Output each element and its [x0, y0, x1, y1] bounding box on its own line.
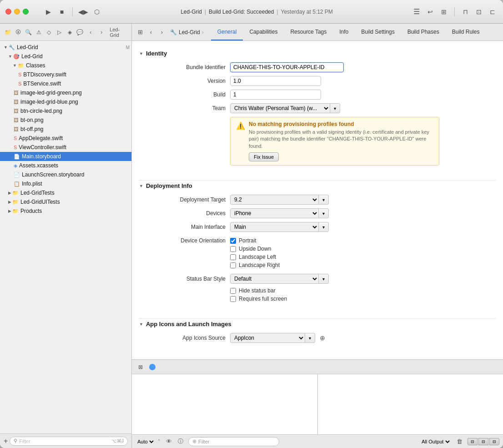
portrait-checkbox[interactable] — [230, 238, 236, 244]
debug-button[interactable]: ⊡ — [474, 7, 484, 17]
devices-select[interactable]: iPhone iPad Universal — [230, 208, 319, 218]
devices-stepper-button[interactable]: ▾ — [319, 208, 329, 218]
tab-info[interactable]: Info — [333, 24, 355, 40]
stop-button[interactable]: ■ — [57, 7, 67, 17]
sidebar-item-btservice[interactable]: S BTService.swift — [0, 79, 131, 88]
sidebar-item-appdelegate[interactable]: S AppDelegate.swift — [0, 134, 131, 143]
minimize-button[interactable] — [14, 9, 20, 15]
sidebar-item-img-blue[interactable]: 🖼 image-led-grid-blue.png — [0, 97, 131, 106]
utilities-button[interactable]: ⊏ — [488, 7, 498, 17]
sidebar-item-mainstoryboard[interactable]: 📄 Main.storyboard — [0, 152, 131, 161]
tab-build-rules[interactable]: Build Rules — [446, 24, 486, 40]
view-btn-left[interactable]: ⊟ — [468, 438, 478, 445]
team-label: Team — [139, 105, 230, 111]
tab-general[interactable]: General — [211, 24, 243, 40]
sidebar-debug-nav[interactable]: ▷ — [55, 28, 64, 37]
sidebar-symbol-nav[interactable]: ⦿ — [14, 28, 23, 37]
sidebar-item-btn-circle[interactable]: 🖼 btn-circle-led.png — [0, 106, 131, 116]
view-btn-mid[interactable]: ⊟ — [478, 438, 488, 445]
storyboard-icon: 📄 — [14, 172, 20, 178]
hide-status-bar-checkbox[interactable] — [230, 288, 236, 294]
identity-section-header[interactable]: ▼ Identity — [132, 48, 503, 59]
upside-down-checkbox[interactable] — [230, 246, 236, 252]
filter-shortcut: ⌥⌘J — [111, 438, 124, 443]
sidebar-search-nav[interactable]: 🔍 — [24, 28, 33, 37]
sidebar-item-products[interactable]: ▶ 📁 Products — [0, 206, 131, 216]
sidebar-item-bt-off[interactable]: 🖼 bt-off.png — [0, 125, 131, 134]
sidebar-item-img-green[interactable]: 🖼 image-led-grid-green.png — [0, 88, 131, 97]
close-button[interactable] — [5, 9, 11, 15]
deployment-target-select[interactable]: 9.2 — [230, 195, 319, 205]
sidebar-item-bt-on[interactable]: 🖼 bt-on.png — [0, 116, 131, 125]
app-icons-add-button[interactable]: ⊕ — [318, 333, 327, 342]
sidebar-item-viewcontroller[interactable]: S ViewController.swift — [0, 143, 131, 152]
run-button[interactable]: ▶ — [43, 7, 53, 17]
add-file-button[interactable]: + — [4, 438, 8, 445]
tab-build-settings[interactable]: Build Settings — [355, 24, 401, 40]
app-icons-section-header[interactable]: ▼ App Icons and Launch Images — [132, 319, 503, 329]
bundle-identifier-input[interactable] — [230, 62, 344, 72]
tab-resource-tags[interactable]: Resource Tags — [284, 24, 333, 40]
sidebar-item-infoplist[interactable]: 📋 Info.plist — [0, 179, 131, 188]
landscape-right-checkbox[interactable] — [230, 262, 236, 268]
scheme-selector[interactable]: ◀▶ — [78, 7, 88, 17]
sidebar-breakpoints-nav[interactable]: ◈ — [65, 28, 74, 37]
team-select[interactable]: Chris Walter (Personal Team) (w... — [230, 103, 330, 113]
status-bar-style-row: Status Bar Style Default Light Content ▾ — [139, 274, 496, 284]
status-bar-select[interactable]: Default Light Content — [230, 274, 319, 284]
sidebar-item-led-grid-root[interactable]: ▼ 🔧 Led-Grid M — [0, 43, 131, 52]
main-interface-row: Main Interface Main ▾ — [139, 222, 496, 232]
main-interface-select[interactable]: Main — [230, 222, 319, 232]
assistant-editor-button[interactable]: ⊞ — [439, 7, 449, 17]
landscape-left-checkbox[interactable] — [230, 254, 236, 260]
landscape-right-label: Landscape Right — [239, 262, 280, 268]
requires-fullscreen-checkbox[interactable] — [230, 296, 236, 302]
eye-button[interactable]: 👁 — [165, 438, 173, 446]
toolbar-sep2 — [454, 7, 455, 16]
app-icons-select[interactable]: AppIcon — [230, 333, 305, 343]
right-panel: ⊞ ‹ › 🔧 Led-Grid › General Capabilities … — [132, 24, 503, 448]
app-icons-stepper-button[interactable]: ▾ — [305, 333, 315, 343]
navigator-button[interactable]: ⊓ — [460, 7, 470, 17]
nav-back[interactable]: ‹ — [86, 28, 95, 37]
all-output-select[interactable]: All Output — [420, 438, 451, 445]
sidebar-item-led-grid-ui-tests[interactable]: ▶ 📁 Led-GridUITests — [0, 197, 131, 206]
view-btn-right[interactable]: ⊟ — [489, 438, 499, 445]
maximize-button[interactable] — [23, 9, 29, 15]
sidebar-test-nav[interactable]: ◇ — [45, 28, 54, 37]
auto-select[interactable]: Auto — [136, 438, 155, 445]
sidebar-reports-nav[interactable]: 💬 — [75, 28, 84, 37]
trash-button[interactable]: 🗑 — [455, 437, 464, 446]
breadcrumb-project: Led-Grid — [179, 29, 200, 35]
bottom-error-btn[interactable]: ⊠ — [136, 362, 146, 372]
team-stepper-button[interactable]: ▾ — [330, 103, 340, 113]
sidebar-issues-nav[interactable]: ⚠ — [35, 28, 43, 37]
sidebar-item-xcassets[interactable]: ◈ Assets.xcassets — [0, 161, 131, 170]
sidebar-item-classes[interactable]: ▼ 📁 Classes — [0, 61, 131, 70]
sidebar-item-led-grid-target[interactable]: ▼ 🎯 Led-Grid — [0, 52, 131, 61]
statusbar-stepper-button[interactable]: ▾ — [319, 274, 329, 284]
vcs-button[interactable]: ↩ — [425, 7, 435, 17]
tab-capabilities[interactable]: Capabilities — [243, 24, 284, 40]
deployment-section-header[interactable]: ▼ Deployment Info — [132, 181, 503, 191]
sidebar-item-launchscreen[interactable]: 📄 LaunchScreen.storyboard — [0, 170, 131, 179]
nav-forward[interactable]: › — [97, 28, 106, 37]
editor-standard-button[interactable]: ☰ — [412, 7, 422, 17]
tab-build-phases[interactable]: Build Phases — [401, 24, 446, 40]
sidebar-item-btdiscovery[interactable]: S BTDiscovery.swift — [0, 70, 131, 79]
status-bar-selector: Default Light Content ▾ — [230, 274, 496, 284]
info-button[interactable]: ⓘ — [176, 438, 185, 446]
fix-issue-button[interactable]: Fix Issue — [249, 152, 279, 161]
interface-stepper-button[interactable]: ▾ — [319, 222, 329, 232]
device-selector[interactable]: ⬡ — [92, 7, 102, 17]
nav-prev-button[interactable]: ‹ — [146, 27, 156, 37]
build-input[interactable] — [230, 90, 321, 100]
grid-view-button[interactable]: ⊞ — [136, 27, 145, 37]
sidebar-item-led-grid-tests[interactable]: ▶ 📁 Led-GridTests — [0, 188, 131, 197]
png-icon: 🖼 — [14, 108, 19, 114]
nav-next-button[interactable]: › — [157, 27, 166, 37]
version-input[interactable] — [230, 76, 321, 86]
sidebar-project-nav[interactable]: 📁 — [4, 28, 12, 37]
deployment-target-selector: 9.2 ▾ — [230, 195, 496, 205]
target-stepper-button[interactable]: ▾ — [319, 195, 329, 205]
